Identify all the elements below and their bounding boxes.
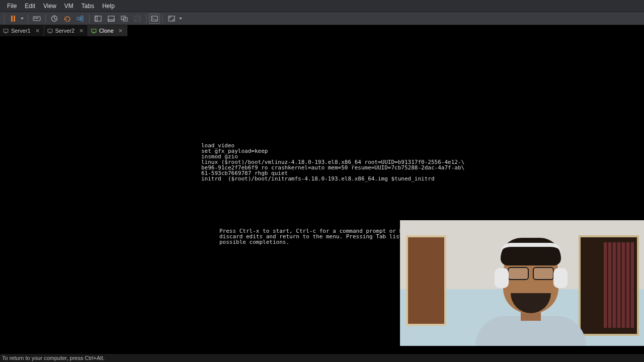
snapshot-manager-icon [76, 15, 85, 22]
vm-tab-icon [91, 28, 97, 34]
vm-tab-strip: Server1 ✕ Server2 ✕ Clone ✕ [0, 25, 644, 36]
menu-tabs[interactable]: Tabs [77, 1, 98, 11]
menu-help[interactable]: Help [98, 1, 119, 11]
close-tab-button[interactable]: ✕ [78, 28, 85, 34]
grub-editor-text: load_video set gfx_payload=keep insmod g… [201, 143, 464, 182]
svg-rect-2 [36, 18, 37, 19]
show-thumbnails-button[interactable] [105, 13, 117, 24]
snapshot-manager-button[interactable] [74, 13, 87, 24]
send-ctrl-alt-del-button[interactable] [31, 13, 43, 24]
pause-icon [11, 16, 15, 22]
vm-tab-label: Clone [99, 28, 114, 34]
power-pause-button[interactable] [7, 13, 19, 24]
svg-rect-17 [4, 29, 8, 32]
enter-fullscreen-button[interactable] [166, 13, 178, 24]
console-view-icon [151, 16, 158, 22]
multiple-windows-icon [108, 16, 115, 22]
vm-tab-clone[interactable]: Clone ✕ [88, 25, 127, 36]
toolbar [0, 12, 644, 25]
snapshot-icon [51, 15, 58, 22]
svg-rect-3 [37, 18, 38, 19]
single-window-icon [95, 16, 102, 22]
vm-tab-server1[interactable]: Server1 ✕ [0, 25, 44, 36]
svg-rect-1 [34, 18, 35, 19]
revert-snapshot-icon [64, 16, 71, 22]
svg-rect-21 [92, 29, 96, 32]
close-tab-button[interactable]: ✕ [117, 28, 124, 34]
show-console-button[interactable] [92, 13, 104, 24]
grub-help-text: Press Ctrl-x to start, Ctrl-c for a comm… [219, 228, 419, 245]
svg-point-7 [81, 19, 84, 21]
send-ctrl-alt-del-icon [33, 15, 41, 22]
svg-rect-19 [48, 29, 52, 32]
vm-tab-label: Server1 [11, 28, 31, 34]
svg-rect-20 [49, 33, 51, 33]
menu-view[interactable]: View [39, 1, 60, 11]
vm-tab-icon [47, 28, 53, 34]
open-console-button[interactable] [149, 14, 160, 24]
vm-tab-icon [3, 28, 9, 34]
unity-icon [121, 16, 128, 22]
svg-rect-18 [5, 33, 7, 33]
stretch-guest-button[interactable] [118, 13, 130, 24]
webcam-overlay [400, 220, 644, 346]
svg-point-5 [77, 17, 80, 20]
svg-rect-9 [95, 16, 97, 21]
menu-bar: File Edit View VM Tabs Help [0, 0, 644, 12]
svg-rect-8 [95, 16, 101, 21]
menu-file[interactable]: File [3, 1, 21, 11]
svg-rect-15 [151, 16, 157, 21]
svg-rect-10 [108, 16, 114, 21]
status-hint: To return to your computer, press Ctrl+A… [2, 355, 105, 361]
svg-point-6 [81, 16, 84, 18]
menu-vm[interactable]: VM [60, 1, 77, 11]
menu-edit[interactable]: Edit [21, 1, 39, 11]
vm-tab-label: Server2 [55, 28, 75, 34]
fullscreen-icon [168, 16, 175, 22]
disabled-view-icon [134, 16, 141, 22]
status-bar: To return to your computer, press Ctrl+A… [0, 354, 644, 362]
svg-rect-11 [108, 20, 114, 21]
fullscreen-dropdown-caret[interactable] [179, 18, 182, 20]
take-snapshot-button[interactable] [48, 13, 60, 24]
svg-rect-22 [93, 33, 95, 33]
power-dropdown-caret[interactable] [21, 18, 24, 20]
vm-tab-server2[interactable]: Server2 ✕ [44, 25, 89, 36]
free-stretch-button [131, 13, 143, 24]
vm-guest-console[interactable]: load_video set gfx_payload=keep insmod g… [0, 36, 644, 354]
close-tab-button[interactable]: ✕ [34, 28, 41, 34]
revert-snapshot-button[interactable] [61, 13, 73, 24]
